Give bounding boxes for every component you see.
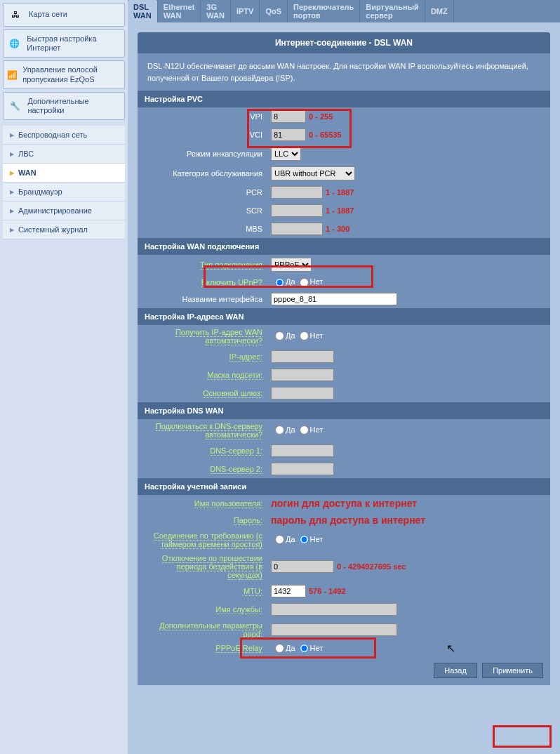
dns1-label: DNS-сервер 1: — [210, 447, 262, 456]
nav-item[interactable]: WAN — [3, 164, 125, 183]
svc-input[interactable] — [271, 603, 397, 616]
user-label: Имя пользователя: — [194, 499, 262, 508]
nav-menu: Беспроводная сетьЛВСWANБрандмауэрАдминис… — [3, 126, 125, 239]
ip-auto-no[interactable] — [300, 331, 309, 340]
tab[interactable]: DSLWAN — [128, 0, 158, 22]
upnp-no[interactable] — [300, 278, 309, 287]
dns-auto-label: Подключаться к DNS-серверу автоматически… — [156, 422, 262, 439]
sidebar-btn-label: Быстрая настройка Интернет — [27, 34, 121, 53]
dns-auto-yes[interactable] — [275, 425, 284, 435]
conn-type-label: Тип подключения — [200, 260, 262, 270]
vci-range: 0 - 65535 — [309, 131, 341, 139]
sidebar-btn-3[interactable]: 🔧Дополнительные настройки — [3, 92, 125, 120]
sidebar-btn-2[interactable]: 📶Управление полосой пропускания EzQoS — [3, 60, 125, 88]
tab-bar: DSLWANEthernetWAN3GWANIPTVQoSПереключате… — [128, 0, 560, 22]
sidebar-btn-label: Дополнительные настройки — [27, 97, 121, 115]
scr-input[interactable] — [271, 204, 323, 217]
ip-addr-input[interactable] — [271, 350, 334, 363]
pcr-label: PCR — [138, 183, 267, 201]
pppd-input[interactable] — [271, 623, 397, 636]
sidebar-btn-label: Карта сети — [29, 10, 67, 19]
gw-label: Основной шлюз: — [203, 389, 262, 398]
iface-input[interactable] — [271, 293, 397, 305]
tab[interactable]: EthernetWAN — [158, 0, 201, 22]
main: DSLWANEthernetWAN3GWANIPTVQoSПереключате… — [128, 0, 560, 754]
mbs-input[interactable] — [271, 223, 323, 235]
idle-input[interactable] — [271, 560, 334, 573]
cat-label: Категория обслуживания — [138, 164, 267, 183]
content: Интернет-соединение - DSL WAN DSL-N12U о… — [128, 22, 560, 754]
iface-label: Название интерфейса — [138, 290, 267, 308]
tab[interactable]: Виртуальныйсервер — [360, 0, 425, 22]
nav-item[interactable]: Системный журнал — [3, 220, 125, 239]
user-annotation: логин для доступа к интернет — [271, 498, 417, 509]
svc-label: Имя службы: — [215, 605, 262, 614]
idle-range: 0 - 4294927695 sec — [337, 562, 406, 571]
demand-no[interactable] — [300, 535, 309, 544]
dns-auto-no[interactable] — [300, 425, 309, 435]
section-dns: Настройка DNS WAN — [138, 402, 550, 419]
scr-label: SCR — [138, 201, 267, 220]
scr-range: 1 - 1887 — [326, 206, 354, 215]
vci-label: VCI — [138, 126, 267, 144]
pass-label: Пароль: — [234, 516, 262, 525]
panel-title: Интернет-соединение - DSL WAN — [138, 32, 550, 53]
sidebar-btn-0[interactable]: 🖧Карта сети — [3, 3, 125, 27]
sidebar-btn-icon: 🔧 — [6, 99, 23, 113]
pcr-input[interactable] — [271, 186, 323, 199]
nav-item[interactable]: ЛВС — [3, 145, 125, 164]
nav-item[interactable]: Администрирование — [3, 201, 125, 220]
tab[interactable]: QoS — [260, 0, 288, 22]
pppd-label: Дополнительные параметры pppd: — [159, 621, 262, 639]
apply-button[interactable]: Применить — [482, 663, 543, 678]
relay-yes[interactable] — [275, 644, 284, 653]
ip-auto-yes[interactable] — [275, 331, 284, 340]
back-button[interactable]: Назад — [434, 663, 477, 678]
sidebar-btn-icon: 🌐 — [6, 37, 22, 51]
panel-desc: DSL-N12U обеспечивает до восьми WAN наст… — [138, 53, 550, 91]
encap-select[interactable]: LLC — [271, 147, 301, 161]
vpi-input[interactable] — [271, 110, 306, 123]
upnp-label: Включить UPnP? — [201, 278, 262, 287]
dns2-input[interactable] — [271, 463, 334, 475]
section-pvc: Настройка PVC — [138, 91, 550, 107]
idle-label: Отключение по прошествии периода бездейс… — [162, 554, 262, 580]
nav-item[interactable]: Брандмауэр — [3, 183, 125, 201]
mask-input[interactable] — [271, 369, 334, 381]
nav-item[interactable]: Беспроводная сеть — [3, 126, 125, 145]
sidebar-btn-icon: 📶 — [6, 68, 18, 82]
pcr-range: 1 - 1887 — [326, 188, 354, 197]
gw-input[interactable] — [271, 387, 334, 399]
sidebar: 🖧Карта сети🌐Быстрая настройка Интернет📶У… — [0, 0, 128, 754]
section-wan: Настройка WAN подключения — [138, 238, 550, 255]
vci-input[interactable] — [271, 128, 306, 141]
sidebar-btn-1[interactable]: 🌐Быстрая настройка Интернет — [3, 29, 125, 58]
vpi-range: 0 - 255 — [309, 112, 333, 121]
encap-label: Режим инкапсуляции — [138, 144, 267, 164]
tab[interactable]: Переключательпортов — [288, 0, 360, 22]
demand-label: Соединение по требованию (с таймером вре… — [154, 531, 262, 549]
sidebar-btn-label: Управление полосой пропускания EzQoS — [22, 65, 121, 84]
ip-auto-label: Получить IP-адрес WAN автоматически? — [175, 328, 262, 345]
mask-label: Маска подсети: — [207, 371, 262, 380]
dns2-label: DNS-сервер 2: — [210, 465, 262, 474]
demand-yes[interactable] — [275, 535, 284, 544]
upnp-yes[interactable] — [275, 278, 284, 287]
mtu-label: MTU: — [244, 587, 262, 596]
tab[interactable]: DMZ — [425, 0, 454, 22]
tab[interactable]: 3GWAN — [201, 0, 231, 22]
section-acct: Настройка учетной записи — [138, 478, 550, 495]
vpi-label: VPI — [138, 107, 267, 126]
mtu-range: 576 - 1492 — [309, 587, 346, 595]
mtu-input[interactable] — [271, 585, 306, 597]
mbs-label: MBS — [138, 220, 267, 238]
conn-type-select[interactable]: PPPoE — [271, 258, 312, 272]
dns1-input[interactable] — [271, 444, 334, 457]
relay-no[interactable] — [300, 644, 309, 653]
pass-annotation: пароль для доступа в интернет — [271, 515, 425, 526]
category-select[interactable]: UBR without PCR — [271, 166, 355, 180]
mbs-range: 1 - 300 — [326, 225, 349, 233]
sidebar-btn-icon: 🖧 — [6, 8, 25, 22]
tab[interactable]: IPTV — [231, 0, 260, 22]
ip-addr-label: IP-адрес: — [229, 352, 262, 362]
